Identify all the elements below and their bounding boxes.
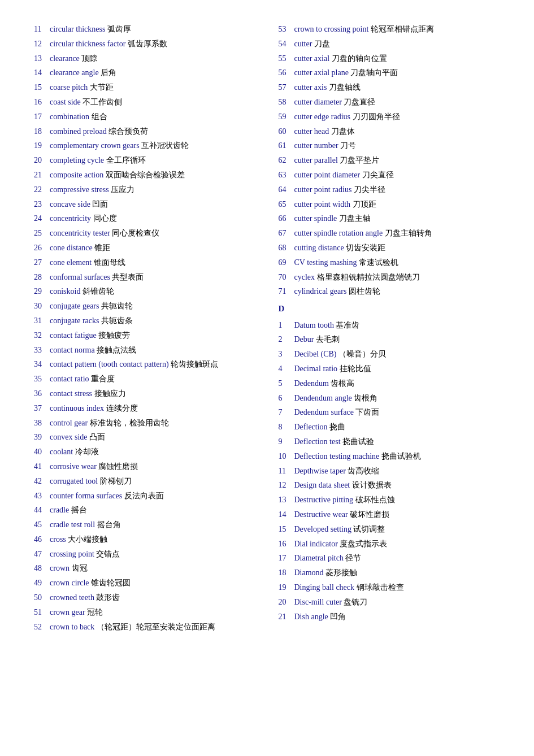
entry-number: 67	[279, 227, 294, 240]
list-item: 13 Destructive pitting 破坏性点蚀	[279, 493, 501, 507]
entry-text: clearance 顶隙	[50, 52, 256, 66]
entry-number: 32	[34, 329, 50, 342]
entry-zh: 齿根高	[329, 379, 355, 388]
entry-text: combined preload 综合预负荷	[50, 125, 256, 138]
entry-text: crown gear 冠轮	[50, 606, 256, 619]
entry-en: Destructive pitting	[294, 496, 354, 504]
list-item: 66 cutter spindle 刀盘主轴	[279, 212, 501, 225]
entry-number: 69	[279, 256, 294, 270]
entry-number: 56	[279, 66, 294, 80]
entry-text: Dish angle 凹角	[294, 610, 501, 624]
entry-text: compressive stress 压应力	[50, 183, 256, 197]
list-item: 33 contact norma 接触点法线	[34, 344, 256, 357]
list-item: 42 corrugated tool 阶梯刨刀	[34, 475, 256, 488]
entry-zh: 互补冠状齿轮	[140, 141, 189, 150]
entry-number: 13	[34, 52, 50, 66]
entry-en: concave side	[50, 200, 90, 208]
entry-number: 18	[279, 566, 294, 580]
entry-zh: 双面啮合综合检验误差	[103, 171, 185, 179]
entry-en: convex side	[50, 433, 87, 441]
entry-number: 11	[34, 23, 50, 36]
entry-zh: 压应力	[109, 185, 135, 194]
entry-number: 44	[34, 503, 50, 517]
list-item: 37 continuous index 连续分度	[34, 402, 256, 415]
list-item: 12 Design data sheet 设计数据表	[279, 479, 501, 492]
entry-zh: 斜锥齿轮	[80, 287, 114, 296]
entry-number: 47	[34, 548, 50, 561]
entry-number: 45	[34, 518, 50, 532]
entry-number: 8	[279, 420, 294, 434]
entry-en: contact fatigue	[50, 331, 97, 340]
entry-text: cutter edge radius 刀刃圆角半径	[294, 110, 501, 124]
list-item: 63 cutter point diameter 刀尖直径	[279, 168, 501, 182]
list-item: 46 cross 大小端接触	[34, 533, 256, 546]
entry-en: control gear	[50, 419, 88, 427]
entry-zh: 格里森粗铣精拉法圆盘端铣刀	[315, 273, 420, 281]
list-item: D	[279, 299, 501, 318]
entry-zh: 接触点法线	[95, 346, 137, 354]
entry-zh: （噪音）分贝	[337, 350, 387, 358]
entry-zh: 大节距	[88, 83, 114, 92]
entry-text: cutter axis 刀盘轴线	[294, 81, 501, 94]
entry-en: cutter number	[294, 141, 338, 150]
entry-number: 36	[34, 387, 50, 401]
list-item: 3 Decibel (CB) （噪音）分贝	[279, 347, 501, 361]
list-item: 67 cutter spindle rotation angle 刀盘主轴转角	[279, 227, 501, 240]
entry-en: coarse pitch	[50, 83, 88, 92]
entry-en: circular thickness factor	[50, 40, 126, 48]
entry-number: 15	[279, 523, 294, 536]
entry-number: 3	[279, 347, 294, 361]
entry-zh: 同心度检查仪	[110, 229, 160, 237]
entry-zh: 挠曲试验	[341, 437, 375, 446]
entry-en: conjugate gears	[50, 302, 99, 310]
entry-en: cross	[50, 535, 66, 544]
entry-en: contact ratio	[50, 375, 89, 383]
list-item: 41 corrosive wear 腐蚀性磨损	[34, 460, 256, 473]
entry-number: 30	[34, 299, 50, 313]
entry-text: counter forma surfaces 反法向表面	[50, 489, 256, 503]
list-item: 39 convex side 凸面	[34, 431, 256, 444]
entry-zh: 不工作齿侧	[81, 98, 123, 106]
entry-text: corrosive wear 腐蚀性磨损	[50, 460, 256, 473]
entry-en: Deflection testing machine	[294, 452, 380, 460]
entry-number: 19	[34, 139, 50, 153]
entry-zh: （轮冠距）轮冠至安装定位面距离	[94, 623, 215, 631]
list-item: 45 cradle test roll 摇台角	[34, 518, 256, 532]
entry-number: 28	[34, 271, 50, 284]
list-item: 6 Dendendum angle 齿根角	[279, 392, 501, 405]
entry-number: 42	[34, 475, 50, 488]
list-item: 11 Depthwise taper 齿高收缩	[279, 464, 501, 478]
entry-text: contact stress 接触应力	[50, 387, 256, 401]
entry-text: circular thickness factor 弧齿厚系数	[50, 37, 256, 51]
entry-en: crown to back	[50, 623, 94, 631]
entry-zh: 齿冠	[70, 564, 88, 572]
entry-en: Design data sheet	[294, 481, 350, 489]
entry-number: 58	[279, 95, 294, 109]
entry-en: counter forma surfaces	[50, 492, 122, 500]
entry-zh: 挂轮比值	[337, 364, 371, 373]
entry-text: crowned teeth 鼓形齿	[50, 591, 256, 605]
entry-number: 57	[279, 81, 294, 94]
entry-number: 53	[279, 23, 294, 36]
list-item: 30 conjugate gears 共轭齿轮	[34, 299, 256, 313]
entry-text: crown to crossing point 轮冠至相错点距离	[294, 23, 501, 36]
entry-number: 17	[34, 110, 50, 124]
entry-text: Disc-mill cuter 盘铣刀	[294, 596, 501, 609]
entry-en: cutter axis	[294, 83, 327, 92]
entry-text: Debur 去毛刺	[294, 333, 501, 346]
entry-text: cyclex 格里森粗铣精拉法圆盘端铣刀	[294, 271, 501, 284]
entry-en: cutter parallel	[294, 156, 338, 164]
entry-number: 66	[279, 212, 294, 225]
entry-zh: 常速试验机	[357, 258, 398, 267]
entry-en: Debur	[294, 335, 314, 344]
list-item: 21 composite action 双面啮合综合检验误差	[34, 168, 256, 182]
entry-zh: 接触应力	[92, 389, 126, 398]
entry-zh: 顶隙	[80, 54, 98, 63]
entry-text: coniskoid 斜锥齿轮	[50, 285, 256, 298]
entry-zh: 设计数据表	[350, 481, 392, 489]
entry-number: 61	[279, 139, 294, 153]
entry-number: 15	[34, 81, 50, 94]
entry-en: circular thickness	[50, 25, 105, 33]
entry-number: 49	[34, 576, 50, 590]
list-item: 43 counter forma surfaces 反法向表面	[34, 489, 256, 503]
